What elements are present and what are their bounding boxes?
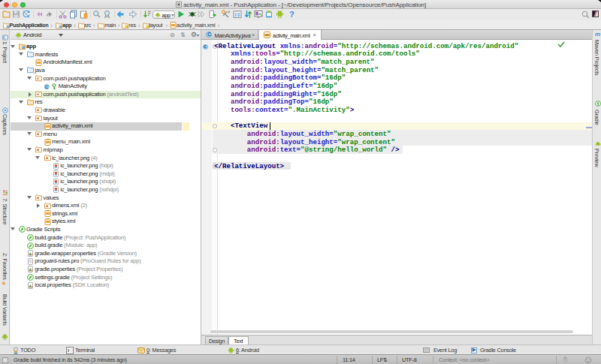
- svg-text:xml: xml: [265, 34, 269, 37]
